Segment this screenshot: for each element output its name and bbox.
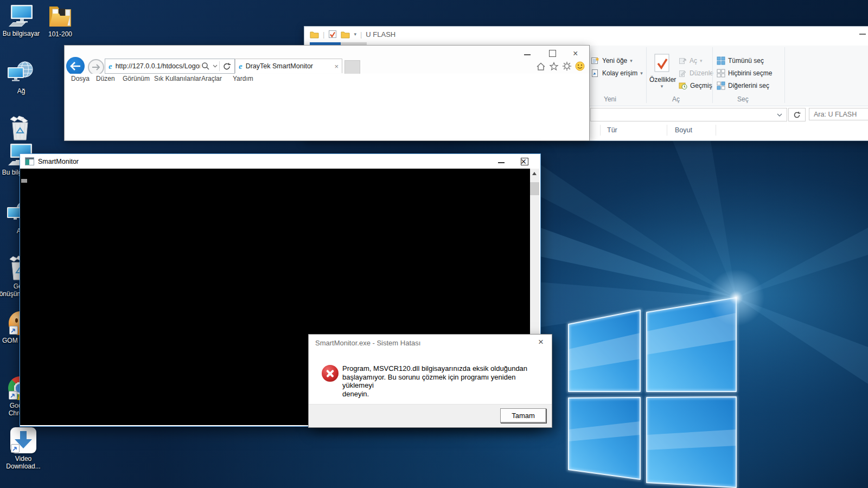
menu-favorites[interactable]: Sık Kullanılanlar [154,75,201,82]
close-icon[interactable]: × [334,62,339,70]
desktop-icon-folder-101-200[interactable]: 101-200 [43,3,77,38]
properties-check-icon [654,53,670,73]
search-icon[interactable] [201,62,210,70]
divider: | [323,30,324,38]
error-icon [322,365,339,382]
select-none-icon [717,69,725,78]
smartmonitor-titlebar[interactable]: SmartMonitor [20,154,540,169]
maximize-button[interactable] [549,50,558,57]
ribbon-group-label-open: Aç [672,95,680,103]
chevron-down-icon[interactable] [213,65,218,68]
ribbon-select-all-button[interactable]: Tümünü seç [717,56,764,66]
scroll-up-icon[interactable] [532,172,537,175]
ribbon-easy-access-button[interactable]: Kolay erişim▾ [591,68,643,78]
window-title: SmartMonitor [38,158,79,165]
ok-button[interactable]: Tamam [500,408,546,423]
divider: | [360,30,362,38]
ie-window: e http://127.0.0.1/htdocs/Logon e DrayTe… [64,45,590,141]
chevron-down-icon[interactable] [777,113,782,117]
refresh-icon [793,111,801,119]
edit-pencil-icon [679,69,687,78]
icon-label: Ağ [17,87,25,95]
menu-view[interactable]: Görünüm [123,75,150,82]
shortcut-arrow-icon [9,326,18,335]
menu-edit[interactable]: Düzen [96,75,115,82]
close-button[interactable]: × [573,50,582,57]
chevron-down-icon[interactable]: ▾ [354,31,356,37]
folder-icon[interactable] [341,30,350,38]
forward-arrow-icon [92,64,100,70]
system-error-dialog: SmartMonitor.exe - Sistem Hatası × Progr… [308,334,552,428]
home-icon[interactable] [536,62,546,71]
new-item-icon [591,56,599,65]
scrollbar-thumb[interactable] [530,182,539,195]
back-arrow-icon [70,62,81,70]
chevron-down-icon: ▾ [649,84,674,89]
ribbon-properties-button[interactable]: Özellikler ▾ [649,53,674,89]
menu-file[interactable]: Dosya [71,75,90,82]
new-tab-button[interactable] [344,60,360,74]
minimize-button[interactable] [498,158,507,165]
minimize-button[interactable] [524,50,533,57]
column-header-type[interactable]: Tür [607,126,617,134]
refresh-icon[interactable] [223,62,231,70]
refresh-button[interactable] [788,108,806,121]
desktop: Bu bilgisayar 101-200 Ağ [0,0,868,488]
ribbon-new-item-button[interactable]: Yeni öğe▾ [591,56,633,66]
desktop-icon-recycle-bin[interactable] [7,115,34,141]
divider [219,61,220,71]
desktop-icon-video-downloader[interactable]: VideoDownload... [7,427,40,470]
folder-icon [310,30,319,38]
ie-address-bar[interactable]: e http://127.0.0.1/htdocs/Logon [105,59,235,74]
icon-label: VideoDownload... [6,455,40,470]
column-header-size[interactable]: Boyut [675,126,692,134]
folder-open-icon [46,3,75,29]
desktop-icon-network[interactable]: Ağ [4,61,38,95]
ribbon-edit-button[interactable]: Düzenle [679,68,713,78]
ie-logo-icon: e [239,62,242,71]
menu-tools[interactable]: Araçlar [201,75,222,82]
minimize-icon[interactable] [859,34,866,35]
properties-check-icon[interactable] [328,30,337,38]
recycle-bin-icon [7,115,34,141]
close-icon[interactable]: × [519,156,528,168]
dialog-title: SmartMonitor.exe - Sistem Hatası [315,339,420,347]
history-clock-icon [679,81,687,90]
favorites-star-icon[interactable] [549,62,559,71]
window-title: U FLASH [366,30,395,38]
error-message: Program, MSVCR120.dll bilgisayarınızda e… [342,364,546,398]
ie-tab[interactable]: e DrayTek SmartMonitor × [235,59,342,73]
chevron-down-icon: ▾ [630,58,633,63]
tab-title: DrayTek SmartMonitor [246,62,335,70]
ribbon-select-none-button[interactable]: Hiçbirini seçme [717,68,772,78]
icon-label: 101-200 [48,30,72,38]
divider [646,47,647,103]
shortcut-arrow-icon [9,391,17,400]
explorer-address-bar[interactable] [590,108,787,121]
ribbon-history-button[interactable]: Geçmiş [679,81,712,91]
close-icon[interactable]: × [535,337,546,348]
console-cursor [21,179,27,183]
forward-button[interactable] [88,59,104,75]
back-button[interactable] [66,57,85,75]
select-all-icon [717,56,725,65]
explorer-search-input[interactable] [809,108,868,120]
ie-logo-icon: e [108,62,112,71]
desktop-icon-this-pc[interactable]: Bu bilgisayar [1,3,41,37]
invert-selection-icon [717,81,725,90]
divider [667,125,667,136]
chevron-down-icon: ▾ [700,58,703,63]
close-button[interactable] [545,157,553,164]
smiley-icon[interactable] [575,61,585,71]
ribbon-open-button[interactable]: Aç▾ [679,56,703,66]
settings-gear-icon[interactable] [562,61,572,71]
computer-icon [7,3,35,28]
divider [784,47,785,103]
ribbon-invert-selection-button[interactable]: Diğerlerini seç [717,81,769,91]
explorer-titlebar[interactable]: | ▾ | U FLASH [304,27,868,42]
divider [712,47,713,103]
url-text[interactable]: http://127.0.0.1/htdocs/Logon [116,62,200,70]
icon-label: Bu bilgisayar [3,30,40,37]
network-globe-icon [7,61,36,86]
menu-help[interactable]: Yardım [233,75,253,82]
